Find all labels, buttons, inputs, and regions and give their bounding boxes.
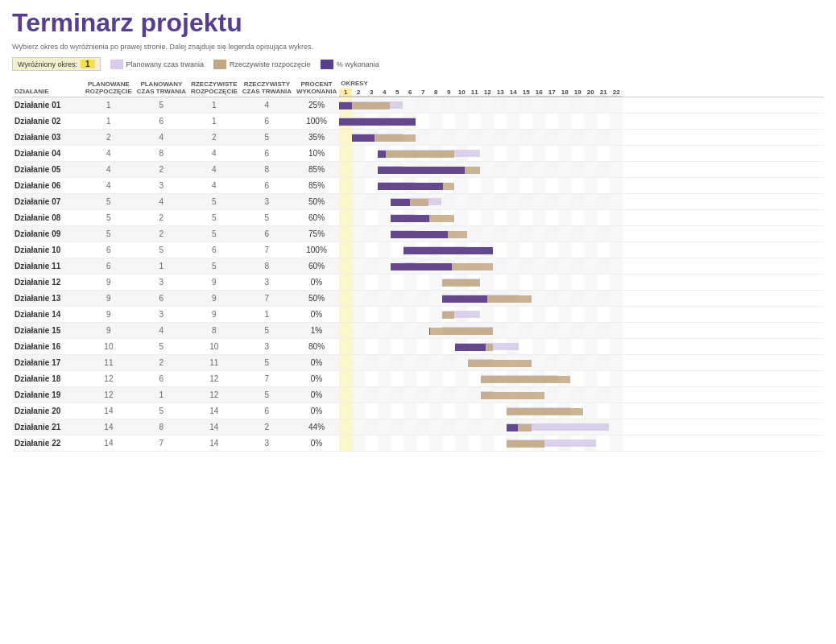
col-header: PLANOWANYCZAS TRWANIA — [135, 79, 188, 97]
pct-value: 25% — [294, 97, 339, 114]
planned-duration: 6 — [135, 291, 188, 307]
pct-value: 0% — [294, 371, 339, 387]
actual-start: 12 — [188, 371, 240, 387]
actual-duration: 6 — [240, 146, 294, 162]
legend-pct: % wykonania — [321, 60, 379, 69]
actual-duration: 3 — [240, 436, 294, 452]
planned-duration: 5 — [135, 242, 188, 258]
table-row: Działanie 1594851% — [12, 323, 824, 339]
gantt-row-cell — [339, 291, 824, 307]
planned-start: 5 — [83, 226, 135, 242]
pct-bar — [339, 102, 352, 109]
actual-bar — [391, 231, 467, 238]
table-row: Działanie 11615860% — [12, 258, 824, 275]
table-row: Działanie 1610510380% — [12, 339, 824, 355]
legend-bar: Wyróżniony okres: 1 Planowany czas trwan… — [12, 57, 824, 71]
actual-start: 6 — [188, 242, 240, 258]
actual-start: 9 — [188, 275, 240, 291]
period-number-15: 15 — [519, 89, 532, 97]
actual-bar — [352, 134, 416, 142]
planned-bar — [468, 359, 493, 366]
period-number-11: 11 — [468, 89, 481, 97]
planned-bar — [442, 295, 519, 302]
activity-name: Działanie 06 — [12, 178, 83, 194]
col-header: PLANOWANEROZPOCZĘCIE — [83, 79, 135, 97]
pct-value: 75% — [294, 226, 339, 242]
period-number-13: 13 — [494, 89, 507, 97]
subtitle: Wybierz okres do wyróżnienia po prawej s… — [12, 43, 824, 51]
planned-bar — [339, 101, 403, 109]
gantt-row-cell — [339, 226, 824, 242]
actual-start: 9 — [188, 291, 240, 307]
period-number-21: 21 — [597, 89, 610, 97]
planned-duration: 2 — [135, 226, 188, 242]
planned-bar — [378, 182, 416, 189]
actual-duration: 6 — [240, 403, 294, 419]
gantt-main-table: DZIAŁANIEPLANOWANEROZPOCZĘCIEPLANOWANYCZ… — [12, 79, 824, 452]
planned-bar — [481, 375, 557, 382]
table-row: Działanie 04484610% — [12, 146, 824, 162]
highlight-label: Wyróżniony okres: — [18, 60, 77, 68]
period-number-5: 5 — [391, 89, 404, 97]
planned-start: 6 — [83, 242, 135, 258]
gantt-row-cell — [339, 130, 824, 146]
planned-start: 1 — [83, 114, 135, 130]
pct-bar — [429, 328, 430, 335]
planned-duration: 5 — [135, 339, 188, 355]
period-number-20: 20 — [584, 89, 597, 97]
actual-start: 12 — [188, 387, 240, 403]
activity-name: Działanie 01 — [12, 97, 83, 114]
actual-duration: 5 — [240, 210, 294, 226]
pct-value: 80% — [294, 339, 339, 355]
actual-start: 8 — [188, 323, 240, 339]
planned-bar — [404, 262, 416, 270]
pct-value: 0% — [294, 403, 339, 419]
planned-bar — [442, 279, 480, 286]
planned-start: 4 — [83, 162, 135, 178]
period-number-10: 10 — [455, 89, 468, 97]
table-row: Działanie 1493910% — [12, 307, 824, 323]
period-number-2: 2 — [352, 89, 365, 97]
actual-duration: 4 — [240, 97, 294, 114]
gantt-row-cell — [339, 323, 824, 339]
actual-bar — [507, 440, 544, 448]
planned-bar — [507, 440, 596, 447]
actual-start: 5 — [188, 258, 240, 275]
periods-header: OKRESY1234567891011121314151617181920212… — [339, 79, 824, 97]
pct-bar — [442, 295, 487, 303]
planned-start: 4 — [83, 178, 135, 194]
actual-bar — [455, 344, 493, 351]
actual-start: 14 — [188, 403, 240, 419]
planned-duration: 8 — [135, 419, 188, 436]
actual-duration: 5 — [240, 130, 294, 146]
planned-bar — [378, 166, 403, 173]
actual-bar — [404, 247, 493, 254]
legend-pct-label: % wykonania — [337, 60, 379, 68]
planned-bar — [404, 246, 467, 254]
pct-color-swatch — [321, 60, 333, 69]
actual-start: 1 — [188, 114, 240, 130]
activity-name: Działanie 17 — [12, 355, 83, 371]
planned-duration: 8 — [135, 146, 188, 162]
pct-bar — [404, 247, 493, 254]
planned-bar — [391, 214, 416, 221]
table-row: Działanie 03242535% — [12, 130, 824, 146]
gantt-row-cell — [339, 242, 824, 258]
table-row: Działanie 191211250% — [12, 387, 824, 403]
planned-start: 9 — [83, 307, 135, 323]
period-number-3: 3 — [365, 89, 378, 97]
planned-bar — [442, 327, 493, 334]
activity-name: Działanie 11 — [12, 258, 83, 275]
planned-duration: 7 — [135, 436, 188, 452]
activity-name: Działanie 02 — [12, 114, 83, 130]
table-row: Działanie 07545350% — [12, 194, 824, 210]
pct-value: 10% — [294, 146, 339, 162]
period-number-22: 22 — [610, 89, 623, 97]
table-row: Działanie 01151425% — [12, 97, 824, 114]
planned-duration: 4 — [135, 130, 188, 146]
pct-value: 0% — [294, 275, 339, 291]
table-row: Działanie 106567100% — [12, 242, 824, 258]
col-header: PROCENTWYKONANIA — [294, 79, 339, 97]
table-row: Działanie 06434685% — [12, 178, 824, 194]
pct-value: 44% — [294, 419, 339, 436]
